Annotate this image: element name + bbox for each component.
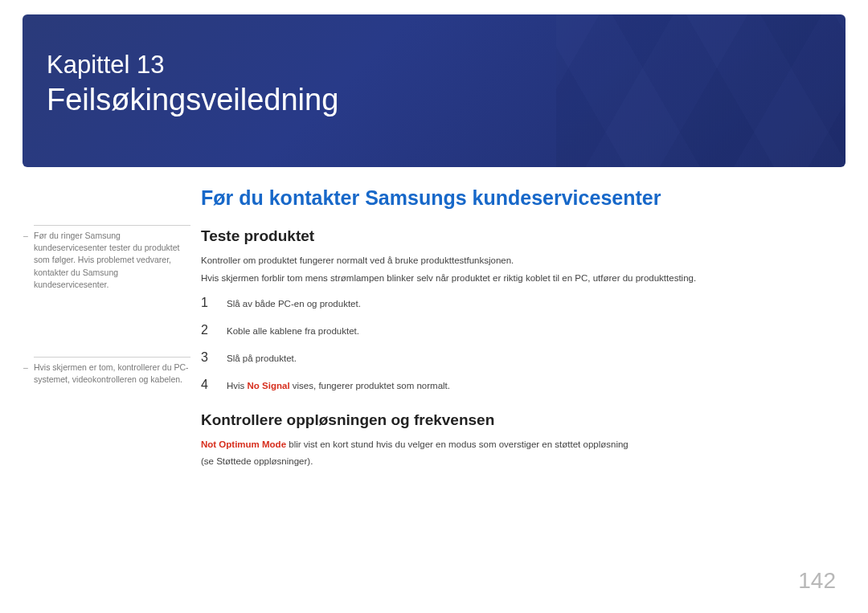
step-4: 4 Hvis No Signal vises, fungerer produkt… (201, 378, 820, 392)
chapter-number: Kapittel 13 (47, 51, 821, 80)
step4-pre: Hvis (227, 381, 248, 390)
not-optimum-mode-label: Not Optimum Mode (201, 439, 286, 449)
dash-icon: – (23, 362, 28, 374)
section2-line1: Not Optimum Mode blir vist en kort stund… (201, 438, 820, 452)
step4-post: vises, fungerer produktet som normalt. (290, 381, 450, 390)
step-1: 1 Slå av både PC-en og produktet. (201, 296, 820, 310)
step-text: Hvis No Signal vises, fungerer produktet… (227, 381, 450, 390)
main-content: Før du kontakter Samsungs kundeservicese… (201, 186, 820, 472)
step-3: 3 Slå på produktet. (201, 350, 820, 365)
chapter-title: Feilsøkingsveiledning (47, 83, 821, 117)
steps-list: 1 Slå av både PC-en og produktet. 2 Kobl… (201, 296, 820, 392)
step-number: 4 (201, 378, 212, 392)
step-number: 1 (201, 296, 212, 310)
page-number: 142 (798, 568, 836, 594)
step-2: 2 Koble alle kablene fra produktet. (201, 323, 820, 337)
step-text: Koble alle kablene fra produktet. (227, 326, 359, 336)
step-text: Slå på produktet. (227, 353, 297, 363)
intro-text-2: Hvis skjermen forblir tom mens strømlamp… (201, 272, 820, 286)
side-note-1-text: Før du ringer Samsung kundeservicesenter… (34, 231, 180, 289)
section-heading: Før du kontakter Samsungs kundeservicese… (201, 186, 820, 210)
side-note-2-text: Hvis skjermen er tom, kontrollerer du PC… (34, 362, 189, 384)
step-number: 3 (201, 350, 212, 365)
section2-line1-rest: blir vist en kort stund hvis du velger e… (286, 439, 628, 449)
step-number: 2 (201, 323, 212, 337)
section2-line2: (se Støttede oppløsninger). (201, 455, 820, 469)
step-text: Slå av både PC-en og produktet. (227, 299, 361, 309)
subsection-2-title: Kontrollere oppløsningen og frekvensen (201, 411, 820, 429)
side-note-1: – Før du ringer Samsung kundeservicesent… (34, 230, 190, 291)
intro-text-1: Kontroller om produktet fungerer normalt… (201, 254, 820, 268)
side-divider-2 (34, 357, 190, 358)
subsection-1-title: Teste produktet (201, 227, 820, 245)
chapter-banner: Kapittel 13 Feilsøkingsveiledning (23, 14, 845, 167)
side-note-2: – Hvis skjermen er tom, kontrollerer du … (34, 362, 190, 386)
no-signal-label: No Signal (248, 381, 290, 390)
side-divider-1 (34, 225, 190, 226)
dash-icon: – (23, 230, 28, 242)
